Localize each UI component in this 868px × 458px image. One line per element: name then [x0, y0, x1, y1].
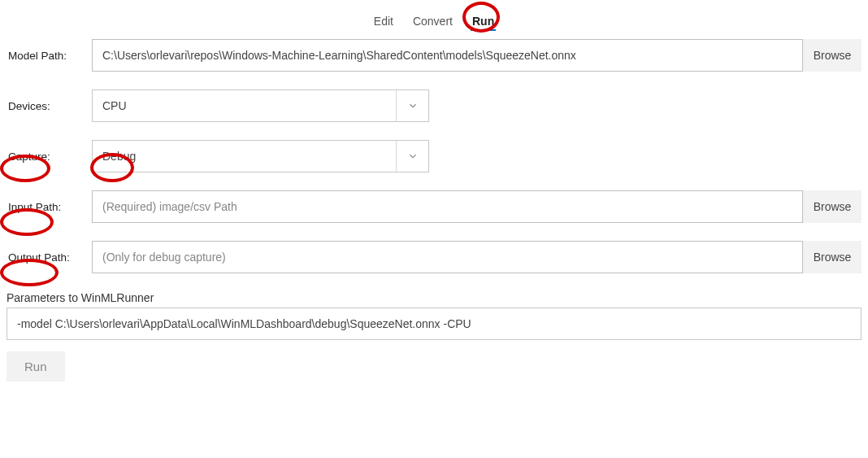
capture-select-value: Debug	[93, 150, 396, 163]
tab-convert[interactable]: Convert	[411, 13, 454, 31]
browse-input-path-button[interactable]: Browse	[803, 190, 861, 223]
devices-select[interactable]: CPU	[92, 89, 429, 122]
label-devices: Devices:	[7, 100, 92, 112]
label-parameters: Parameters to WinMLRunner	[7, 291, 861, 304]
label-model-path: Model Path:	[7, 50, 92, 62]
label-output-path: Output Path:	[7, 251, 92, 264]
run-button[interactable]: Run	[7, 351, 65, 382]
parameters-input[interactable]	[7, 308, 861, 340]
row-capture: Capture: Debug	[7, 140, 861, 172]
tab-run[interactable]: Run	[471, 13, 496, 31]
tab-edit[interactable]: Edit	[372, 13, 395, 31]
row-model-path: Model Path: Browse	[7, 39, 861, 72]
devices-select-value: CPU	[93, 99, 396, 112]
chevron-down-icon	[396, 90, 428, 121]
output-path-input[interactable]	[92, 241, 803, 273]
label-capture: Capture:	[7, 150, 92, 163]
input-path-input[interactable]	[92, 190, 803, 223]
form-area: Model Path: Browse Devices: CPU Capture:…	[7, 39, 861, 382]
row-output-path: Output Path: Browse	[7, 241, 861, 273]
chevron-down-icon	[396, 141, 428, 172]
browse-output-path-button[interactable]: Browse	[803, 241, 861, 273]
row-input-path: Input Path: Browse	[7, 190, 861, 223]
row-devices: Devices: CPU	[7, 89, 861, 122]
tab-bar: Edit Convert Run	[7, 7, 861, 39]
browse-model-path-button[interactable]: Browse	[803, 39, 861, 72]
label-input-path: Input Path:	[7, 201, 92, 213]
model-path-input[interactable]	[92, 39, 803, 72]
capture-select[interactable]: Debug	[92, 140, 429, 172]
